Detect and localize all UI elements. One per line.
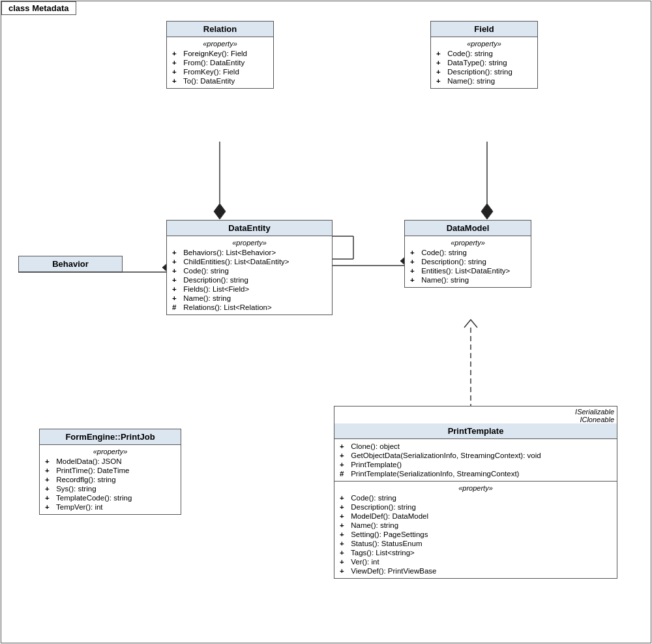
- diagram-title: class Metadata: [1, 1, 76, 15]
- dataentity-stereotype: «property»: [172, 239, 327, 247]
- list-item: + Sys(): string: [45, 484, 175, 493]
- list-item: + Entities(): List<DataEntity>: [410, 266, 526, 275]
- printjob-box: FormEngine::PrintJob «property» + ModelD…: [39, 429, 181, 515]
- list-item: + ModelDef(): DataModel: [340, 512, 612, 521]
- list-item: + Code(): string: [436, 49, 532, 58]
- list-item: + Name(): string: [172, 294, 327, 303]
- list-item: + Recordflg(): string: [45, 475, 175, 484]
- behavior-box: Behavior: [18, 256, 123, 273]
- list-item: # Relations(): List<Relation>: [172, 303, 327, 312]
- list-item: + From(): DataEntity: [172, 58, 268, 67]
- datamodel-properties: «property» + Code(): string + Descriptio…: [405, 236, 531, 287]
- printtemplate-interfaces: ISerializable ICloneable: [334, 406, 617, 423]
- list-item: + Ver(): int: [340, 557, 612, 566]
- list-item: + Description(): string: [340, 502, 612, 512]
- list-item: + Name(): string: [410, 275, 526, 284]
- printtemplate-methods: + Clone(): object + GetObjectData(Serial…: [334, 439, 617, 482]
- printtemplate-properties: «property» + Code(): string + Descriptio…: [334, 482, 617, 578]
- list-item: + PrintTemplate(): [340, 460, 612, 469]
- list-item: + Code(): string: [340, 493, 612, 502]
- field-stereotype: «property»: [436, 40, 532, 48]
- dataentity-box: DataEntity «property» + Behaviors(): Lis…: [166, 220, 333, 315]
- list-item: + Behaviors(): List<Behavior>: [172, 248, 327, 257]
- dataentity-header: DataEntity: [167, 221, 332, 236]
- list-item: + Description(): string: [172, 275, 327, 284]
- list-item: + Description(): string: [436, 67, 532, 76]
- list-item: + ViewDef(): PrintViewBase: [340, 566, 612, 575]
- list-item: + ModelData(): JSON: [45, 457, 175, 466]
- list-item: + Code(): string: [172, 266, 327, 275]
- list-item: + PrintTime(): DateTime: [45, 466, 175, 475]
- list-item: + GetObjectData(SerializationInfo, Strea…: [340, 451, 612, 460]
- list-item: + Description(): string: [410, 257, 526, 266]
- printjob-properties: «property» + ModelData(): JSON + PrintTi…: [40, 445, 181, 514]
- relation-properties: «property» + ForeignKey(): Field + From(…: [167, 37, 273, 88]
- list-item: + Setting(): PageSettings: [340, 530, 612, 539]
- relation-box: Relation «property» + ForeignKey(): Fiel…: [166, 21, 274, 89]
- relation-header: Relation: [167, 22, 273, 37]
- behavior-header: Behavior: [19, 256, 122, 272]
- diagram-container: class Metadata Relation «property: [1, 1, 651, 643]
- list-item: + Tags(): List<string>: [340, 548, 612, 557]
- list-item: + DataType(): string: [436, 58, 532, 67]
- list-item: + Fields(): List<Field>: [172, 284, 327, 294]
- svg-marker-3: [481, 204, 493, 219]
- printtemplate-stereotype: «property»: [340, 484, 612, 492]
- list-item: + TempVer(): int: [45, 502, 175, 512]
- datamodel-header: DataModel: [405, 221, 531, 236]
- datamodel-box: DataModel «property» + Code(): string + …: [404, 220, 531, 288]
- list-item: + Status(): StatusEnum: [340, 539, 612, 548]
- printtemplate-header: PrintTemplate: [334, 423, 617, 439]
- dataentity-properties: «property» + Behaviors(): List<Behavior>…: [167, 236, 332, 314]
- field-header: Field: [431, 22, 537, 37]
- list-item: + Name(): string: [340, 521, 612, 530]
- list-item: + Clone(): object: [340, 442, 612, 451]
- list-item: + TemplateCode(): string: [45, 493, 175, 502]
- printjob-stereotype: «property»: [45, 448, 175, 455]
- svg-marker-1: [214, 204, 226, 219]
- interface-cloneable: ICloneable: [580, 416, 614, 423]
- relation-stereotype: «property»: [172, 40, 268, 48]
- field-properties: «property» + Code(): string + DataType()…: [431, 37, 537, 88]
- printjob-header: FormEngine::PrintJob: [40, 429, 181, 445]
- list-item: + ChildEntities(): List<DataEntity>: [172, 257, 327, 266]
- list-item: # PrintTemplate(SerializationInfo, Strea…: [340, 469, 612, 478]
- field-box: Field «property» + Code(): string + Data…: [430, 21, 538, 89]
- list-item: + ForeignKey(): Field: [172, 49, 268, 58]
- datamodel-stereotype: «property»: [410, 239, 526, 247]
- list-item: + Name(): string: [436, 76, 532, 85]
- list-item: + FromKey(): Field: [172, 67, 268, 76]
- interface-serializable: ISerializable: [575, 408, 614, 416]
- list-item: + Code(): string: [410, 248, 526, 257]
- list-item: + To(): DataEntity: [172, 76, 268, 85]
- printtemplate-box: ISerializable ICloneable PrintTemplate +…: [334, 406, 617, 579]
